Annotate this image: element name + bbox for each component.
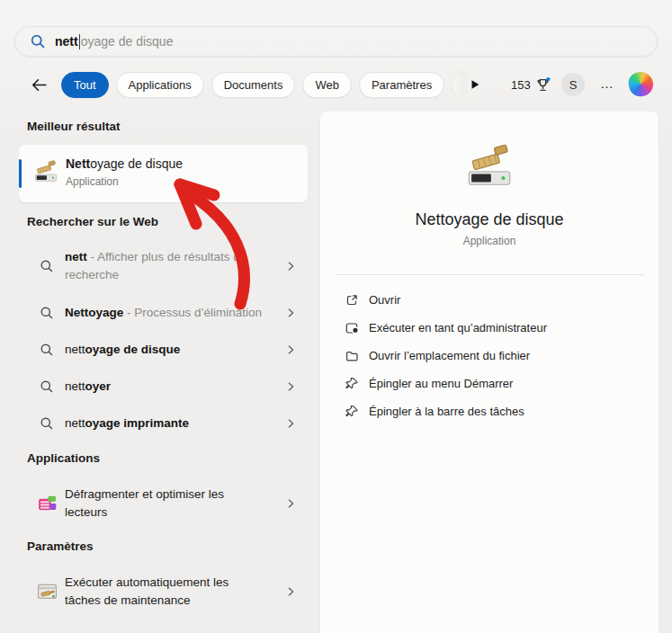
search-typed-text: nett (55, 34, 78, 49)
avatar-initial: S (569, 78, 578, 92)
pin-icon (344, 404, 359, 419)
panel-divider (335, 274, 644, 275)
rewards-count: 153 (511, 78, 531, 92)
web-suggestion-row[interactable]: nettoyage de disque (19, 336, 308, 363)
chevron-right-icon (284, 343, 297, 356)
suggestion-text: nett - Afficher plus de résultats de rec… (65, 248, 279, 284)
tab-truncated[interactable]: Dc (452, 72, 466, 98)
maintenance-icon (36, 581, 58, 603)
rewards-notification-dot (546, 76, 550, 80)
folder-icon (344, 348, 359, 363)
search-inline-suggestion: oyage de disque (81, 34, 174, 49)
action-label: Épingler au menu Démarrer (369, 377, 513, 390)
web-suggestion-row[interactable]: nettoyage imprimante (19, 410, 308, 437)
action-run-as-admin[interactable]: Exécuter en tant qu’administrateur (320, 314, 659, 342)
back-arrow-icon (31, 76, 48, 94)
action-label: Exécuter en tant qu’administrateur (369, 321, 547, 334)
account-avatar[interactable]: S (561, 73, 585, 96)
section-header-web: Rechercher sur le Web (27, 215, 158, 228)
chevron-right-icon (284, 585, 297, 598)
result-detail-panel: Nettoyage de disque Application Ouvrir E… (320, 111, 659, 633)
application-result-row[interactable]: Défragmenter et optimiser les lecteurs (19, 480, 308, 527)
back-button[interactable] (29, 75, 49, 94)
action-open[interactable]: Ouvrir (320, 286, 659, 314)
tab-applications[interactable]: Applications (116, 72, 204, 98)
best-result-title: Nettoyage de disque (66, 156, 183, 171)
web-suggestion-row[interactable]: nettoyer (19, 373, 308, 400)
action-label: Ouvrir (369, 293, 400, 307)
best-result-subtitle: Application (66, 175, 119, 188)
search-icon (30, 33, 46, 49)
chevron-right-icon (284, 380, 297, 393)
action-pin-start[interactable]: Épingler au menu Démarrer (320, 370, 659, 397)
search-suggestion-icon (40, 343, 54, 357)
suggestion-text: nettoyage imprimante (65, 415, 279, 432)
action-open-file-location[interactable]: Ouvrir l’emplacement du fichier (320, 342, 659, 370)
search-flyout: nett oyage de disque Tout Applications D… (0, 0, 672, 633)
more-options-button[interactable]: … (596, 71, 619, 94)
text-cursor (79, 34, 80, 49)
rewards-counter[interactable]: 153 (511, 74, 551, 95)
panel-actions: Ouvrir Exécuter en tant qu’administrateu… (320, 286, 659, 425)
chevron-right-icon (284, 417, 297, 430)
run-as-admin-icon (344, 320, 359, 335)
web-suggestion-row[interactable]: nett - Afficher plus de résultats de rec… (19, 245, 308, 288)
section-header-applications: Applications (27, 451, 100, 465)
panel-title: Nettoyage de disque (320, 210, 659, 229)
settings-result-row[interactable]: Exécuter automatiquement les tâches de m… (19, 568, 308, 615)
selection-accent-bar (19, 159, 22, 188)
tab-documents[interactable]: Documents (211, 72, 296, 98)
section-header-settings: Paramètres (27, 539, 94, 553)
disk-cleanup-icon (32, 160, 59, 191)
chevron-right-icon (284, 307, 297, 319)
settings-result-label: Exécuter automatiquement les tâches de m… (65, 574, 258, 610)
pin-icon (344, 376, 359, 391)
defrag-icon (36, 493, 58, 515)
application-result-label: Défragmenter et optimiser les lecteurs (65, 486, 258, 522)
suggestion-text: Nettoyage - Processus d’élimination (65, 304, 279, 322)
rewards-trophy-icon (534, 76, 551, 94)
tab-tout[interactable]: Tout (61, 72, 109, 98)
play-icon (469, 78, 481, 91)
chevron-right-icon (284, 497, 297, 510)
search-suggestion-icon (40, 379, 54, 394)
tabs-overflow-button[interactable] (469, 78, 481, 91)
copilot-icon[interactable] (626, 69, 655, 98)
filter-pills: Tout Applications Documents Web Paramètr… (61, 70, 466, 99)
search-suggestion-icon (40, 416, 54, 431)
web-suggestion-row[interactable]: Nettoyage - Processus d’élimination (19, 299, 308, 326)
ellipsis-icon: … (600, 76, 614, 91)
disk-cleanup-icon-large (463, 144, 515, 200)
tab-web[interactable]: Web (302, 72, 352, 98)
section-header-best-result: Meilleur résultat (27, 120, 121, 133)
chevron-right-icon (284, 260, 297, 272)
best-result-item[interactable]: Nettoyage de disque Application (19, 145, 308, 202)
panel-subtitle: Application (320, 235, 659, 247)
search-input[interactable]: nett oyage de disque (14, 26, 658, 57)
search-suggestion-icon (40, 306, 54, 320)
suggestion-text: nettoyer (65, 378, 279, 396)
action-label: Épingler à la barre des tâches (369, 405, 524, 418)
action-label: Ouvrir l’emplacement du fichier (369, 349, 530, 362)
action-pin-taskbar[interactable]: Épingler à la barre des tâches (320, 397, 659, 425)
open-external-icon (344, 292, 359, 308)
tab-parametres[interactable]: Paramètres (359, 72, 444, 98)
suggestion-text: nettoyage de disque (65, 341, 279, 359)
filter-tabs-row: Tout Applications Documents Web Paramètr… (0, 70, 672, 99)
search-suggestion-icon (40, 259, 54, 273)
